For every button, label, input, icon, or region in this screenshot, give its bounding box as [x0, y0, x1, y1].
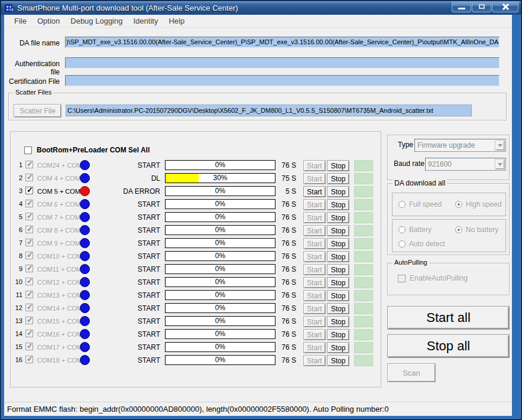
baud-value: 921600 [426, 160, 495, 168]
minimize-button[interactable] [452, 1, 471, 12]
stop-button[interactable]: Stop [327, 173, 349, 184]
menu-help[interactable]: Help [163, 15, 190, 27]
stop-all-button[interactable]: Stop all [387, 334, 510, 358]
start-button[interactable]: Start [303, 355, 326, 366]
auth-file-field[interactable] [65, 57, 500, 69]
maximize-button[interactable] [472, 1, 491, 12]
status-led-icon [80, 329, 90, 339]
start-button[interactable]: Start [303, 290, 326, 301]
full-speed-radio[interactable]: Full speed [398, 200, 442, 209]
stop-button[interactable]: Stop [327, 264, 349, 275]
row-number: 5 [14, 213, 22, 220]
com-checkbox[interactable] [25, 174, 33, 181]
status-label: START [96, 239, 160, 248]
status-led-icon [80, 238, 90, 248]
da-file-field[interactable]: )\SP_MDT_exe_v3.1516.00.00(After-Sale_Se… [65, 37, 500, 48]
start-button[interactable]: Start [303, 342, 326, 353]
stop-button[interactable]: Stop [327, 355, 349, 366]
start-button[interactable]: Start [303, 212, 326, 223]
time-label: 76 S [276, 252, 296, 261]
stop-button[interactable]: Stop [327, 277, 349, 288]
com-checkbox[interactable] [25, 239, 33, 246]
stop-button[interactable]: Stop [327, 342, 349, 353]
stop-button[interactable]: Stop [327, 225, 349, 236]
progress-label: 0% [166, 252, 275, 261]
stop-button[interactable]: Stop [327, 290, 349, 301]
stop-button[interactable]: Stop [327, 251, 349, 262]
com-checkbox[interactable] [25, 330, 33, 337]
da-download-group-label: DA download all [393, 179, 447, 187]
no-battery-radio[interactable]: No battery [455, 226, 498, 234]
menu-option[interactable]: Option [32, 15, 65, 27]
start-button[interactable]: Start [303, 225, 326, 236]
stop-button[interactable]: Stop [327, 212, 349, 223]
menu-identity[interactable]: Identity [128, 15, 163, 27]
da-download-group: DA download all Full speed High speed Ba… [387, 183, 510, 255]
stop-button[interactable]: Stop [327, 316, 349, 327]
com-checkbox[interactable] [25, 343, 33, 350]
com-checkbox[interactable] [25, 200, 33, 207]
baud-dropdown-arrow-icon[interactable] [495, 159, 505, 170]
stop-button[interactable]: Stop [327, 186, 349, 197]
high-speed-radio[interactable]: High speed [455, 200, 502, 209]
time-label: 76 S [276, 304, 296, 312]
progress-label: 0% [166, 304, 275, 312]
com-checkbox[interactable] [25, 278, 33, 285]
com-checkbox[interactable] [25, 187, 33, 194]
stop-button[interactable]: Stop [327, 238, 349, 249]
start-button[interactable]: Start [303, 160, 326, 171]
result-box [354, 316, 373, 327]
com-port-row: 5 COM 7 + COM 6 START 0% 76 S Start Stop [14, 211, 373, 224]
type-dropdown-arrow-icon[interactable] [495, 140, 505, 151]
com-checkbox[interactable] [25, 356, 33, 363]
progress-bar: 0% [165, 212, 275, 222]
start-button[interactable]: Start [303, 329, 326, 340]
start-button[interactable]: Start [303, 316, 326, 327]
menu-debug-logging[interactable]: Debug Logging [65, 15, 128, 27]
com-checkbox[interactable] [25, 304, 33, 311]
sel-all-checkbox[interactable] [24, 146, 32, 154]
scatter-path-field[interactable]: C:\Users\Administrator.PC-201507290DGV\D… [66, 105, 472, 116]
menu-file[interactable]: File [9, 15, 32, 27]
progress-label: 0% [166, 187, 275, 196]
start-button[interactable]: Start [303, 199, 326, 210]
result-box [354, 277, 373, 288]
stop-button[interactable]: Stop [327, 303, 349, 314]
com-checkbox[interactable] [25, 317, 33, 324]
row-number: 3 [14, 187, 22, 194]
cert-file-field[interactable] [65, 75, 500, 86]
autopulling-group: AutoPulling EnableAutoPulling [387, 263, 510, 295]
result-box [354, 212, 373, 223]
com-checkbox[interactable] [25, 161, 33, 168]
status-led-icon [80, 186, 90, 196]
start-all-button[interactable]: Start all [387, 306, 510, 330]
row-number: 7 [14, 239, 22, 246]
battery-radio[interactable]: Battery [398, 226, 432, 234]
com-checkbox[interactable] [25, 252, 33, 259]
enable-autopulling-row: EnableAutoPulling [398, 274, 468, 282]
scatter-file-button[interactable]: Scatter File [14, 104, 61, 118]
time-label: 5 S [276, 187, 296, 196]
auto-detect-radio[interactable]: Auto detect [398, 240, 445, 248]
scatter-files-group-label: Scatter Files [14, 89, 53, 96]
com-checkbox[interactable] [25, 291, 33, 298]
start-button[interactable]: Start [303, 277, 326, 288]
close-button[interactable] [492, 1, 518, 12]
com-checkbox[interactable] [25, 213, 33, 220]
stop-button[interactable]: Stop [327, 160, 349, 171]
com-checkbox[interactable] [25, 265, 33, 272]
start-button[interactable]: Start [303, 303, 326, 314]
start-button[interactable]: Start [303, 264, 326, 275]
baud-dropdown[interactable]: 921600 [425, 158, 506, 171]
start-button[interactable]: Start [303, 251, 326, 262]
start-button[interactable]: Start [303, 186, 326, 197]
progress-label: 0% [166, 161, 275, 170]
stop-button[interactable]: Stop [327, 329, 349, 340]
com-checkbox[interactable] [25, 226, 33, 233]
type-dropdown[interactable]: Firmware upgrade [414, 139, 506, 152]
enable-autopulling-checkbox[interactable] [398, 275, 406, 282]
stop-button[interactable]: Stop [327, 199, 349, 210]
start-button[interactable]: Start [303, 238, 326, 249]
scan-button[interactable]: Scan [387, 363, 436, 382]
start-button[interactable]: Start [303, 173, 326, 184]
